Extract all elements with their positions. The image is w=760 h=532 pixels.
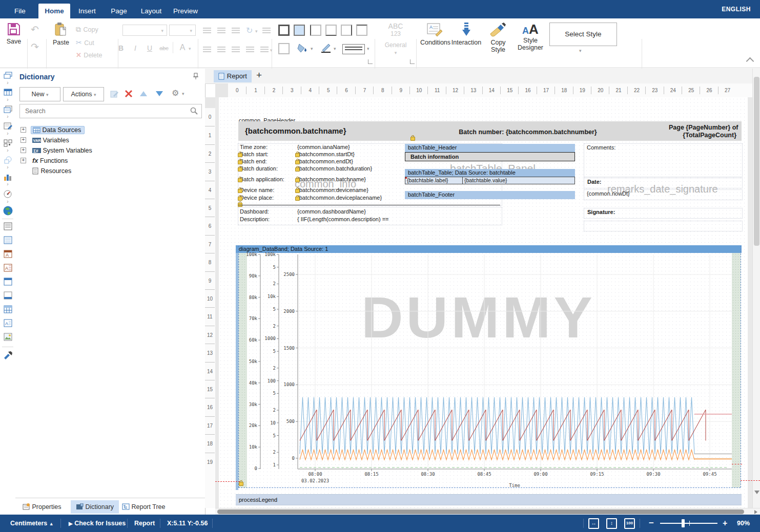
now-date-field[interactable]: {common.nowDt} <box>587 190 630 197</box>
align-justify-icon[interactable] <box>246 47 254 52</box>
tools-icon[interactable] <box>3 351 13 360</box>
info-label[interactable]: Batch start: <box>240 151 269 157</box>
chevron-icon[interactable]: › <box>0 80 15 86</box>
paste-button[interactable]: Paste <box>51 23 71 46</box>
align-left-icon[interactable] <box>203 47 211 52</box>
batch-table-cell-value[interactable]: {batchtable.value} <box>462 177 575 184</box>
text-format-dialog-launcher-icon[interactable] <box>410 59 415 64</box>
all-borders-button[interactable] <box>278 25 290 36</box>
zo om-slider-thumb[interactable] <box>682 519 685 527</box>
info-value[interactable]: {batchcommon.devicename} <box>297 187 368 193</box>
word-wrap-icon[interactable] <box>262 28 271 33</box>
date-box[interactable] <box>584 178 743 188</box>
borders-dialog-launcher-icon[interactable] <box>368 59 373 64</box>
tab-dictionary[interactable]: Dictionary <box>71 500 119 514</box>
fit-page-width-icon[interactable]: ↔ <box>588 518 599 529</box>
info-value[interactable]: {batchcommon.startDt} <box>297 151 355 157</box>
report-status-item[interactable]: Report <box>134 515 155 532</box>
tab-layout[interactable]: Layout <box>135 4 167 18</box>
barcode-group-icon[interactable] <box>4 139 12 147</box>
align-right-icon[interactable] <box>232 47 240 52</box>
no-borders-button[interactable] <box>278 43 290 54</box>
batch-table-data-band[interactable]: batchTable_Table; Data Source: batchtabl… <box>405 169 575 177</box>
left-border-button[interactable] <box>310 25 321 36</box>
batch-table-footer-band[interactable]: batchTable_Footer <box>405 191 575 199</box>
info-label[interactable]: Batch duration: <box>240 165 278 172</box>
outside-borders-button[interactable] <box>294 25 305 36</box>
scroll-down-icon[interactable] <box>754 491 759 494</box>
copy-button[interactable]: ⧉ Copy <box>76 25 98 34</box>
map-icon[interactable] <box>3 206 13 216</box>
horizontal-scrollbar-thumb[interactable] <box>217 509 744 514</box>
underline-button[interactable]: U <box>143 44 156 52</box>
move-up-icon[interactable] <box>140 91 147 96</box>
expand-icon[interactable]: + <box>20 137 26 143</box>
zoom-out-button[interactable]: − <box>649 515 654 532</box>
tab-report-tree[interactable]: Report Tree <box>118 500 170 514</box>
chevron-icon[interactable]: › <box>0 131 15 136</box>
tab-insert[interactable]: Insert <box>72 4 102 18</box>
comments-label[interactable]: Comments: <box>587 144 615 151</box>
horizontal-scrollbar[interactable] <box>215 508 760 515</box>
strikethrough-button[interactable]: abc <box>158 45 170 51</box>
chevron-icon[interactable]: › <box>0 114 15 119</box>
gear-icon[interactable]: ⚙ <box>172 88 179 98</box>
page-break-icon[interactable] <box>4 291 12 300</box>
vertical-scrollbar-thumb[interactable] <box>754 77 759 246</box>
pin-icon[interactable] <box>193 73 199 80</box>
description-label[interactable]: Description: <box>240 216 270 222</box>
table-component-icon[interactable] <box>4 305 12 313</box>
style-designer-button[interactable]: AA Style Designer <box>513 22 547 51</box>
zoom-in-button[interactable]: + <box>723 515 727 532</box>
select-style-button[interactable]: Select Style <box>549 23 617 46</box>
tree-item-resources[interactable]: Resources <box>20 166 71 176</box>
move-down-icon[interactable] <box>156 91 163 96</box>
zoom-slider-track[interactable] <box>660 523 717 524</box>
chevron-icon[interactable]: › <box>0 164 15 170</box>
chevron-icon[interactable]: › <box>0 181 15 187</box>
diagram-chart[interactable]: 100k90k80k70k60k50k40k30k20k10k0100k5210… <box>233 244 752 493</box>
image-component-icon[interactable] <box>4 333 12 341</box>
bottom-border-button[interactable] <box>325 25 337 36</box>
line-spacing-icon[interactable] <box>260 47 269 52</box>
language-selector[interactable]: ENGLISH <box>722 6 751 13</box>
pages-group-icon[interactable] <box>4 72 12 79</box>
delete-button[interactable]: ✕ Delete <box>76 50 102 59</box>
dashboard-label[interactable]: Dashboard: <box>240 208 269 215</box>
dashboard-value[interactable]: {common.dashboardName} <box>297 208 366 215</box>
delete-item-icon[interactable] <box>125 90 133 98</box>
process-legend-band[interactable]: processLegend <box>236 494 742 505</box>
align-center-icon[interactable] <box>217 47 225 52</box>
interaction-button[interactable]: Interaction <box>450 23 483 46</box>
shapes-group-icon[interactable] <box>4 156 12 164</box>
undo-icon[interactable]: ↶ <box>31 24 39 35</box>
batch-information-cell[interactable]: Batch information <box>405 152 575 161</box>
info-value[interactable]: {batchcommon.deviceplacename} <box>297 195 382 201</box>
chevron-icon[interactable]: › <box>0 97 15 102</box>
report-title-band-icon[interactable] <box>4 222 12 230</box>
border-pen-icon[interactable] <box>320 43 332 53</box>
text-format-button[interactable]: ABC 123 General ▾ <box>378 23 413 57</box>
report-doc-tab[interactable]: Report <box>214 70 252 82</box>
font-color-button[interactable]: A <box>176 43 189 52</box>
text-rotation-icon[interactable]: ↻ <box>246 26 253 35</box>
info-label[interactable]: Device name: <box>240 187 274 193</box>
text-component-icon[interactable]: A <box>4 250 12 258</box>
align-bottom-icon[interactable] <box>232 28 240 33</box>
expand-icon[interactable]: + <box>20 158 26 163</box>
rich-text-icon[interactable]: A <box>4 319 12 327</box>
tab-home[interactable]: Home <box>38 4 70 18</box>
info-value[interactable]: {batchcommon.batchname} <box>297 176 366 182</box>
description-value[interactable]: { IIF(Length(common.description) == <box>297 216 389 222</box>
chevron-icon[interactable]: › <box>0 199 15 204</box>
new-button[interactable]: New ▾ <box>19 87 60 101</box>
info-label[interactable]: Time zone: <box>240 144 268 150</box>
fill-color-icon[interactable] <box>297 43 309 53</box>
info-label[interactable]: Batch end: <box>240 158 267 164</box>
info-value[interactable]: {common.ianaName} <box>297 144 350 150</box>
align-middle-icon[interactable] <box>217 28 225 33</box>
collapse-ribbon-icon[interactable] <box>746 57 754 66</box>
info-value[interactable]: {batchcommon.batchduration} <box>297 165 372 172</box>
tree-item-functions[interactable]: + fx Functions <box>20 156 68 166</box>
info-label[interactable]: Device place: <box>240 195 274 201</box>
